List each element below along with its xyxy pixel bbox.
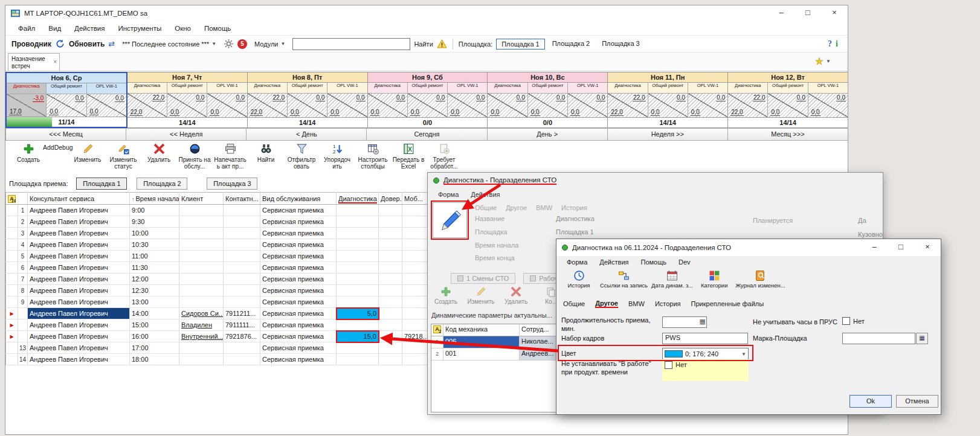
dialog1-menu-item[interactable]: Действия xyxy=(465,190,505,199)
start-time-cell[interactable]: 9:30 xyxy=(130,216,179,228)
service-type-cell[interactable]: Сервисная приемка xyxy=(260,297,337,308)
client-cell[interactable] xyxy=(179,274,224,285)
capacity-cell[interactable]: 0,00,0 xyxy=(288,94,327,117)
mobile-cell[interactable] xyxy=(402,274,428,285)
contact-cell[interactable] xyxy=(224,251,260,262)
dover-cell[interactable] xyxy=(379,308,402,319)
column-header[interactable]: Код механика xyxy=(443,324,520,336)
favorites-control[interactable]: ★ ▼ xyxy=(815,56,831,71)
table-row[interactable]: 9Андреев Павел Игоревич13:00Сервисная пр… xyxy=(6,297,428,308)
diagnostics-cell[interactable] xyxy=(337,342,379,354)
menubar-item[interactable]: Окно xyxy=(168,23,198,34)
action-binoculars-button[interactable]: Найти xyxy=(249,143,283,176)
start-time-cell[interactable]: 10:00 xyxy=(130,228,179,239)
action-filter-button[interactable]: Отфильтр овать xyxy=(285,143,318,176)
capacity-cell[interactable]: 0,00,0 xyxy=(688,94,727,117)
table-row[interactable]: ▶Андреев Павел Игоревич16:00Внутренний..… xyxy=(6,331,428,342)
chevron-down-icon[interactable]: ▼ xyxy=(826,59,831,64)
diagnostics-cell[interactable] xyxy=(337,319,379,331)
tab-close-icon[interactable]: × xyxy=(53,59,57,66)
dover-cell[interactable] xyxy=(379,239,402,251)
table-row[interactable]: ▶Андреев Павел Игоревич15:00Владилен7911… xyxy=(6,319,428,331)
table-row[interactable]: 13Андреев Павел Игоревич17:00Сервисная п… xyxy=(6,342,428,354)
dialog2-menu-item[interactable]: Помощь xyxy=(635,257,672,267)
info-icon[interactable]: i xyxy=(836,39,838,49)
mechanics-row[interactable]: 2001Андреев... xyxy=(431,348,559,361)
diagnostics-cell[interactable] xyxy=(337,354,379,365)
client-cell[interactable] xyxy=(179,285,224,297)
table-row[interactable]: 14Андреев Павел Игоревич18:00Сервисная п… xyxy=(6,354,428,365)
dialog2-tab[interactable]: Прикрепленные файлы xyxy=(691,300,764,307)
consultant-cell[interactable]: Андреев Павел Игоревич xyxy=(28,319,130,331)
consultant-cell[interactable]: Андреев Павел Игоревич xyxy=(28,239,130,251)
column-header[interactable]: Довер... xyxy=(379,193,402,205)
table-row[interactable]: 6Андреев Павел Игоревич11:30Сервисная пр… xyxy=(6,262,428,274)
mobile-cell[interactable] xyxy=(402,239,428,251)
calendar-nav-button[interactable]: < День xyxy=(246,128,367,141)
capacity-cell[interactable]: 0,00,0 xyxy=(808,94,848,117)
service-type-cell[interactable]: Сервисная приемка xyxy=(260,251,337,262)
start-time-cell[interactable]: 10:30 xyxy=(130,239,179,251)
calendar-nav-button[interactable]: Сегодня xyxy=(366,128,487,141)
dialog1-tab[interactable]: История xyxy=(561,204,587,211)
prus-checkbox[interactable] xyxy=(842,317,850,325)
employee-cell[interactable]: Андреев... xyxy=(520,348,559,360)
consultant-cell[interactable]: Андреев Павел Игоревич xyxy=(28,342,130,354)
dialog2-tab[interactable]: Другое xyxy=(595,300,618,308)
action-del-button[interactable]: Удалить xyxy=(142,143,176,176)
table-row[interactable]: 1Андреев Павел Игоревич9:00Сервисная при… xyxy=(6,205,428,216)
calendar-picker-icon[interactable]: ▦ xyxy=(700,318,706,325)
calendar-nav-button[interactable]: День > xyxy=(487,128,608,141)
contact-cell[interactable]: 7921876... xyxy=(224,331,260,342)
start-time-cell[interactable]: 12:30 xyxy=(130,285,179,297)
capacity-cell[interactable]: 0,00,0 xyxy=(648,94,688,117)
mobile-cell[interactable] xyxy=(402,354,428,365)
calendar-nav-button[interactable]: Неделя >> xyxy=(607,128,728,141)
maximize-button[interactable]: □ xyxy=(795,5,821,21)
ok-button[interactable]: Ok xyxy=(849,395,892,408)
close-button[interactable]: × xyxy=(914,240,941,256)
capacity-cell[interactable]: 0,00,0 xyxy=(207,94,247,117)
duration-input[interactable]: ▦ xyxy=(662,316,707,328)
dialog1-action-button[interactable]: Создать xyxy=(431,286,460,312)
dialog1-action-button[interactable]: Изменить xyxy=(466,286,495,312)
mobile-cell[interactable] xyxy=(402,262,428,274)
contact-cell[interactable] xyxy=(224,342,260,354)
consultant-cell[interactable]: Андреев Павел Игоревич xyxy=(28,274,130,285)
mobile-cell[interactable] xyxy=(402,319,428,331)
dialog2-menu-item[interactable]: Dev xyxy=(673,257,696,267)
capacity-cell[interactable]: 22,022,0 xyxy=(608,94,647,117)
contact-cell[interactable] xyxy=(224,228,260,239)
table-row[interactable]: 7Андреев Павел Игоревич12:00Сервисная пр… xyxy=(6,274,428,285)
mechanic-code-cell[interactable]: 006 xyxy=(443,336,520,348)
service-type-cell[interactable]: Сервисная приемка xyxy=(260,285,337,297)
consultant-cell[interactable]: Андреев Павел Игоревич xyxy=(28,251,130,262)
mobile-cell[interactable] xyxy=(402,205,428,216)
client-cell[interactable] xyxy=(179,239,224,251)
contact-cell[interactable]: 7911111... xyxy=(224,319,260,331)
start-time-cell[interactable]: 9:00 xyxy=(130,205,179,216)
diagnostics-cell[interactable] xyxy=(337,274,379,285)
table-row[interactable]: ▶Андреев Павел Игоревич14:00Сидоров Си..… xyxy=(6,308,428,319)
service-type-cell[interactable]: Сервисная приемка xyxy=(260,216,337,228)
capacity-cell[interactable]: 22,022,0 xyxy=(127,94,167,117)
dialog2-action-button[interactable]: История xyxy=(561,270,596,297)
column-header[interactable]: Контактн... xyxy=(224,193,260,205)
diagnostics-cell[interactable] xyxy=(337,239,379,251)
table-row[interactable]: 2Андреев Павел Игоревич9:30Сервисная при… xyxy=(6,216,428,228)
action-columns-button[interactable]: Настроить столбцы xyxy=(356,143,390,176)
brand-site-input[interactable] xyxy=(842,333,915,344)
contact-cell[interactable] xyxy=(224,262,260,274)
contact-cell[interactable] xyxy=(224,216,260,228)
action-pencil-button[interactable]: Изменить xyxy=(71,143,105,176)
dialog2-menu-item[interactable]: Форма xyxy=(561,257,593,267)
start-time-cell[interactable]: 12:00 xyxy=(130,274,179,285)
dover-cell[interactable] xyxy=(379,354,402,365)
capacity-cell[interactable]: 0,00,0 xyxy=(568,94,607,117)
client-cell[interactable] xyxy=(179,205,224,216)
service-type-cell[interactable]: Сервисная приемка xyxy=(260,308,337,319)
consultant-cell[interactable]: Андреев Павел Игоревич xyxy=(28,297,130,308)
dover-cell[interactable] xyxy=(379,228,402,239)
dover-cell[interactable] xyxy=(379,251,402,262)
close-button[interactable]: × xyxy=(821,5,848,21)
